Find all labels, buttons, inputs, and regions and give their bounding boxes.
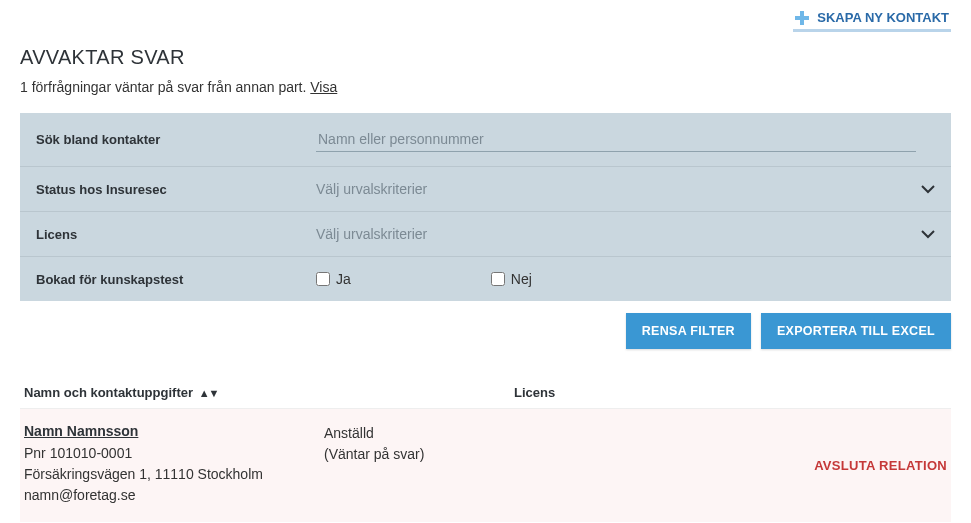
sort-arrows-icon: ▲▼ [199,387,219,399]
booked-yes-checkbox[interactable] [316,272,330,286]
booked-yes-label: Ja [336,271,351,287]
table-header: Namn och kontaktuppgifter ▲▼ Licens [20,377,951,408]
contact-role: Anställd [324,423,594,444]
create-contact-label: SKAPA NY KONTAKT [817,10,949,25]
filter-row-license[interactable]: Licens Välj urvalskriterier [20,212,951,257]
end-relation-button[interactable]: AVSLUTA RELATION [814,458,947,473]
create-contact-button[interactable]: SKAPA NY KONTAKT [793,6,951,32]
export-excel-button[interactable]: EXPORTERA TILL EXCEL [761,313,951,349]
booked-no-checkbox[interactable] [491,272,505,286]
status-placeholder: Välj urvalskriterier [316,181,427,197]
pending-text: 1 förfrågningar väntar på svar från anna… [20,79,951,95]
contact-status: (Väntar på svar) [324,444,594,465]
column-header-license[interactable]: Licens [514,385,784,400]
license-placeholder: Välj urvalskriterier [316,226,427,242]
clear-filter-button[interactable]: RENSA FILTER [626,313,751,349]
chevron-down-icon[interactable] [921,184,935,194]
license-label: Licens [36,227,316,242]
plus-icon [795,11,809,25]
booked-no-label: Nej [511,271,532,287]
filter-row-booked: Bokad för kunskapstest Ja Nej [20,257,951,301]
booked-no-option[interactable]: Nej [491,271,532,287]
pending-prefix: 1 förfrågningar väntar på svar från anna… [20,79,310,95]
filter-row-search: Sök bland kontakter [20,113,951,167]
filter-row-status[interactable]: Status hos Insuresec Välj urvalskriterie… [20,167,951,212]
filter-panel: Sök bland kontakter Status hos Insuresec… [20,113,951,301]
pending-show-link[interactable]: Visa [310,79,337,95]
page-title: AVVAKTAR SVAR [20,46,951,69]
search-input[interactable] [316,127,916,152]
booked-yes-option[interactable]: Ja [316,271,351,287]
contact-address: Försäkringsvägen 1, 11110 Stockholm [24,464,324,485]
chevron-down-icon[interactable] [921,229,935,239]
contact-pnr: Pnr 101010-0001 [24,443,324,464]
search-label: Sök bland kontakter [36,132,316,147]
status-label: Status hos Insuresec [36,182,316,197]
column-header-name[interactable]: Namn och kontaktuppgifter ▲▼ [24,385,514,400]
booked-label: Bokad för kunskapstest [36,272,316,287]
column-name-label: Namn och kontaktuppgifter [24,385,193,400]
contact-name-link[interactable]: Namn Namnsson [24,423,138,439]
table-row: Namn Namnsson Pnr 101010-0001 Försäkring… [20,408,951,522]
contact-email: namn@foretag.se [24,485,324,506]
